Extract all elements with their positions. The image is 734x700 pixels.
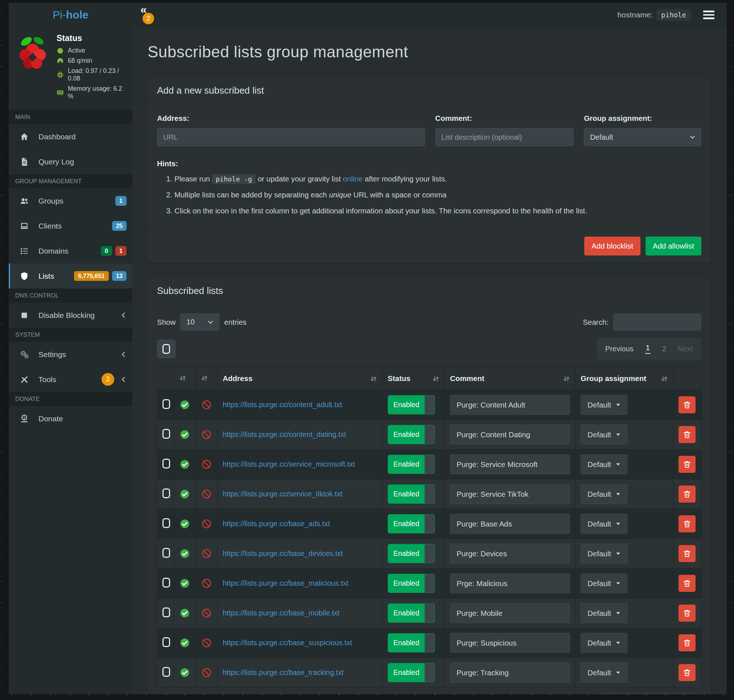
sort-column-group[interactable]: Group assignment	[575, 367, 674, 390]
sidebar-item-settings[interactable]: Settings	[9, 342, 132, 367]
sort-column-comment[interactable]: Comment	[445, 367, 575, 390]
list-ban-icon[interactable]	[201, 608, 212, 618]
address-input[interactable]	[157, 128, 425, 146]
add-allowlist-button[interactable]: Add allowlist	[646, 237, 701, 256]
delete-list-button[interactable]	[678, 664, 696, 681]
status-toggle[interactable]: Enabled	[388, 544, 435, 563]
row-checkbox[interactable]	[163, 429, 170, 439]
row-checkbox[interactable]	[163, 578, 170, 588]
row-comment-input[interactable]	[450, 514, 570, 534]
brand-logo-text[interactable]: Pi-hole	[9, 9, 132, 21]
list-ban-icon[interactable]	[201, 578, 212, 588]
list-health-ok-icon[interactable]	[179, 459, 190, 469]
sort-column-ban[interactable]	[196, 367, 217, 390]
group-assignment-dropdown[interactable]: Default	[581, 574, 627, 593]
page-size-select[interactable]: 10	[180, 313, 219, 331]
sort-column-health[interactable]	[174, 367, 196, 390]
group-assignment-dropdown[interactable]: Default	[581, 395, 627, 415]
pagination-page-2[interactable]: 2	[662, 345, 666, 353]
status-toggle[interactable]: Enabled	[388, 514, 435, 534]
sidebar-item-clients[interactable]: Clients25	[9, 213, 132, 238]
status-toggle[interactable]: Enabled	[388, 455, 435, 474]
list-health-ok-icon[interactable]	[179, 667, 190, 678]
delete-list-button[interactable]	[678, 575, 696, 592]
row-comment-input[interactable]	[450, 633, 570, 653]
list-ban-icon[interactable]	[201, 638, 212, 648]
row-comment-input[interactable]	[450, 574, 570, 593]
sidebar-item-disable-blocking[interactable]: Disable Blocking	[9, 303, 132, 328]
row-checkbox[interactable]	[163, 488, 170, 498]
list-health-ok-icon[interactable]	[179, 489, 190, 499]
row-checkbox[interactable]	[163, 637, 170, 647]
row-comment-input[interactable]	[450, 663, 570, 682]
list-address-link[interactable]: https://lists.purge.cc/base_mobile.txt	[223, 609, 339, 617]
status-toggle[interactable]: Enabled	[388, 425, 435, 444]
list-address-link[interactable]: https://lists.purge.cc/content_adult.txt	[223, 401, 342, 409]
list-health-ok-icon[interactable]	[179, 578, 190, 588]
row-comment-input[interactable]	[450, 425, 570, 444]
group-assignment-select[interactable]: Default	[584, 128, 701, 146]
delete-list-button[interactable]	[678, 456, 696, 473]
list-address-link[interactable]: https://lists.purge.cc/content_dating.tx…	[223, 430, 346, 438]
list-ban-icon[interactable]	[201, 667, 212, 678]
list-ban-icon[interactable]	[201, 548, 212, 559]
sidebar-item-domains[interactable]: Domains01	[9, 238, 132, 263]
list-address-link[interactable]: https://lists.purge.cc/base_suspicious.t…	[223, 639, 352, 647]
group-assignment-dropdown[interactable]: Default	[581, 454, 627, 474]
list-health-ok-icon[interactable]	[179, 400, 190, 410]
list-ban-icon[interactable]	[201, 489, 212, 499]
row-checkbox[interactable]	[163, 518, 170, 528]
row-comment-input[interactable]	[450, 395, 570, 415]
pagination-next[interactable]: Next	[678, 345, 693, 353]
add-blocklist-button[interactable]: Add blocklist	[584, 237, 640, 256]
list-address-link[interactable]: https://lists.purge.cc/base_ads.txt	[223, 520, 330, 528]
row-comment-input[interactable]	[450, 484, 570, 504]
sidebar-item-tools[interactable]: Tools2	[9, 367, 132, 392]
group-assignment-dropdown[interactable]: Default	[581, 663, 627, 682]
delete-list-button[interactable]	[678, 515, 696, 532]
group-assignment-dropdown[interactable]: Default	[581, 425, 627, 444]
sidebar-item-lists[interactable]: Lists6,775,65113	[9, 263, 132, 288]
group-assignment-dropdown[interactable]: Default	[581, 603, 627, 623]
list-health-ok-icon[interactable]	[179, 638, 190, 648]
list-ban-icon[interactable]	[201, 429, 212, 440]
delete-list-button[interactable]	[678, 634, 696, 651]
row-checkbox[interactable]	[163, 459, 170, 469]
sidebar-item-groups[interactable]: Groups1	[9, 188, 132, 213]
delete-list-button[interactable]	[678, 604, 696, 622]
sort-column-status[interactable]: Status	[383, 367, 445, 390]
list-ban-icon[interactable]	[201, 519, 212, 529]
sort-column-address[interactable]: Address	[217, 367, 383, 390]
row-checkbox[interactable]	[163, 607, 170, 617]
group-assignment-dropdown[interactable]: Default	[581, 633, 627, 653]
search-input[interactable]	[613, 313, 701, 331]
group-assignment-dropdown[interactable]: Default	[581, 484, 627, 504]
list-address-link[interactable]: https://lists.purge.cc/service_microsoft…	[223, 460, 355, 468]
online-link[interactable]: online	[343, 175, 363, 183]
sidebar-item-query-log[interactable]: Query Log	[9, 149, 132, 174]
group-assignment-dropdown[interactable]: Default	[581, 544, 627, 563]
list-ban-icon[interactable]	[201, 400, 212, 410]
sidebar-collapse-button[interactable]: « 2	[139, 4, 156, 26]
comment-input[interactable]	[435, 128, 574, 146]
row-comment-input[interactable]	[450, 454, 570, 474]
list-health-ok-icon[interactable]	[179, 608, 190, 618]
status-toggle[interactable]: Enabled	[388, 663, 435, 682]
delete-list-button[interactable]	[678, 426, 696, 443]
row-checkbox[interactable]	[163, 548, 170, 558]
status-toggle[interactable]: Enabled	[388, 574, 435, 593]
delete-list-button[interactable]	[678, 396, 696, 413]
pagination-previous[interactable]: Previous	[605, 345, 634, 353]
row-checkbox[interactable]	[163, 399, 170, 409]
delete-list-button[interactable]	[678, 485, 696, 503]
list-address-link[interactable]: https://lists.purge.cc/base_devices.txt	[223, 549, 343, 557]
row-comment-input[interactable]	[450, 544, 570, 563]
row-checkbox[interactable]	[163, 667, 170, 677]
status-toggle[interactable]: Enabled	[388, 633, 435, 653]
status-toggle[interactable]: Enabled	[388, 603, 435, 623]
list-address-link[interactable]: https://lists.purge.cc/base_tracking.txt	[223, 668, 344, 676]
list-health-ok-icon[interactable]	[179, 519, 190, 529]
list-address-link[interactable]: https://lists.purge.cc/service_tiktok.tx…	[223, 490, 342, 498]
sidebar-item-donate[interactable]: $Donate	[9, 406, 132, 431]
group-assignment-dropdown[interactable]: Default	[581, 514, 627, 534]
